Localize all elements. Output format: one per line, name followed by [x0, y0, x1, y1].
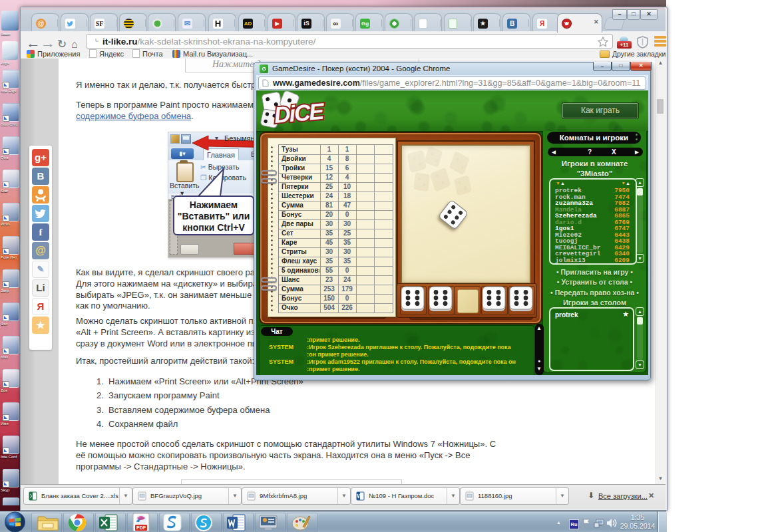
svg-text:DiCE: DiCE: [273, 98, 326, 128]
svg-text:PDF: PDF: [136, 525, 146, 530]
